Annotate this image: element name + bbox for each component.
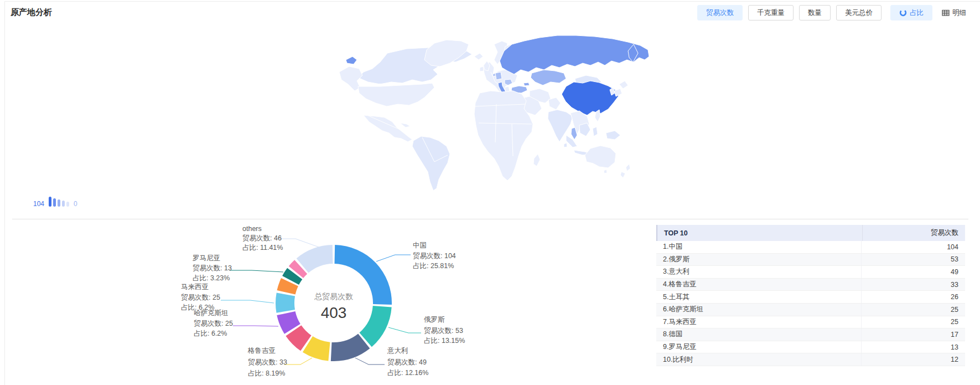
- map-region-south-america: [412, 136, 450, 191]
- table-cell-country: 9.罗马尼亚: [656, 342, 861, 352]
- table-row: 10.比利时12: [656, 353, 965, 366]
- table-row: 5.土耳其26: [656, 291, 965, 304]
- map-legend-bar: [53, 198, 56, 207]
- donut-label-line-kazakhstan: [233, 326, 278, 326]
- table-icon: [942, 9, 950, 17]
- table-cell-country: 1.中国: [656, 242, 861, 251]
- donut-label-russia-line2: 贸易次数: 53: [424, 327, 463, 335]
- top10-header-metric: 贸易次数: [862, 225, 965, 241]
- donut-label-malaysia-line2: 贸易次数: 25: [181, 294, 220, 301]
- table-row: 3.意大利49: [656, 266, 965, 279]
- donut-label-line-malaysia: [221, 300, 274, 303]
- top10-table-header: TOP 10 贸易次数: [656, 225, 965, 241]
- donut-label-romania-line2: 贸易次数: 13: [193, 264, 232, 272]
- map-region-ireland: [480, 66, 484, 71]
- map-country-romania[interactable]: [505, 79, 512, 85]
- pie-icon: [899, 9, 907, 17]
- map-legend-min: 0: [74, 201, 77, 207]
- donut-label-others-line3: 占比: 11.41%: [242, 244, 283, 251]
- table-cell-value: 17: [861, 328, 965, 341]
- map-legend-bar: [66, 202, 69, 207]
- map-region-mexico: [364, 115, 412, 142]
- table-cell-country: 6.哈萨克斯坦: [656, 305, 861, 314]
- donut-label-kazakhstan-line2: 贸易次数: 25: [194, 320, 233, 327]
- view-toggle-group: 占比 明细: [890, 5, 971, 20]
- donut-label-line-russia: [388, 327, 421, 333]
- metric-button-quantity[interactable]: 数量: [799, 5, 831, 20]
- table-row: 7.马来西亚25: [656, 316, 965, 329]
- view-toggle-proportion[interactable]: 占比: [890, 5, 932, 20]
- view-toggle-label: 明细: [952, 8, 966, 18]
- map-region-new-guinea: [606, 131, 620, 140]
- donut-center-total: 403: [321, 304, 347, 321]
- donut-label-italy-line1: 意大利: [387, 347, 408, 355]
- table-cell-value: 25: [861, 304, 965, 316]
- view-toggle-label: 占比: [910, 8, 924, 18]
- metric-button-label: 数量: [808, 8, 822, 18]
- map-country-georgia[interactable]: [523, 83, 530, 86]
- donut-label-romania-line3: 占比: 3.23%: [193, 274, 230, 282]
- donut-slice-russia[interactable]: [360, 306, 392, 347]
- map-legend-max: 104: [33, 201, 44, 207]
- table-cell-country: 8.德国: [656, 330, 861, 339]
- donut-label-georgia-line1: 格鲁吉亚: [247, 347, 276, 355]
- metric-button-kg-weight[interactable]: 千克重量: [748, 5, 794, 20]
- map-region-pakistan: [548, 97, 561, 110]
- map-legend-bar: [58, 199, 60, 207]
- metric-button-label: 千克重量: [757, 8, 785, 18]
- top10-header-rank: TOP 10: [657, 229, 862, 237]
- metric-button-trade-count[interactable]: 贸易次数: [697, 5, 743, 20]
- map-region-greenland: [424, 40, 469, 66]
- table-row: 6.哈萨克斯坦25: [656, 304, 965, 316]
- donut-label-china-line1: 中国: [413, 242, 427, 249]
- toolbar: 贸易次数 千克重量 数量 美元总价 占比 明细: [697, 5, 971, 20]
- donut-label-malaysia-line3: 占比: 6.2%: [181, 304, 214, 311]
- map-region-caribbean: [400, 123, 410, 127]
- map-country-kazakhstan[interactable]: [531, 70, 566, 85]
- donut-label-russia-line1: 俄罗斯: [424, 316, 445, 324]
- map-country-russia-east[interactable]: [346, 57, 357, 64]
- donut-label-china-line2: 贸易次数: 104: [413, 252, 456, 260]
- map-region-iceland: [474, 53, 483, 60]
- table-cell-country: 2.俄罗斯: [656, 255, 861, 264]
- donut-label-china-line3: 占比: 25.81%: [413, 262, 454, 270]
- donut-label-line-romania: [230, 270, 283, 272]
- table-cell-value: 12: [861, 353, 965, 366]
- donut-label-others-line1: others: [242, 225, 262, 233]
- donut-label-italy-line3: 占比: 12.16%: [387, 369, 428, 377]
- table-cell-value: 26: [861, 291, 965, 303]
- map-region-new-zealand: [620, 164, 630, 178]
- table-cell-value: 25: [861, 316, 965, 328]
- donut-label-kazakhstan-line3: 占比: 6.2%: [194, 330, 227, 337]
- map-country-russia[interactable]: [500, 35, 649, 74]
- page-title: 原产地分析: [11, 7, 52, 18]
- donut-label-line-china: [376, 255, 411, 261]
- world-map: [329, 29, 650, 195]
- table-row: 8.德国17: [656, 328, 965, 341]
- map-country-germany[interactable]: [495, 72, 502, 80]
- donut-label-italy-line2: 贸易次数: 49: [387, 358, 427, 366]
- table-cell-country: 10.比利时: [656, 355, 861, 365]
- table-cell-country: 4.格鲁吉亚: [656, 280, 861, 289]
- donut-label-others-line2: 贸易次数: 46: [242, 234, 282, 242]
- metric-button-usd-total[interactable]: 美元总价: [836, 5, 882, 20]
- donut-label-line-italy: [355, 358, 385, 365]
- donut-label-line-others: [277, 239, 319, 247]
- table-cell-value: 13: [861, 341, 965, 353]
- map-region-usa: [358, 83, 434, 106]
- map-region-sulawesi: [593, 127, 598, 136]
- map-region-tasmania: [604, 170, 607, 173]
- map-country-china[interactable]: [562, 81, 619, 115]
- table-row: 1.中国104: [656, 241, 965, 254]
- table-cell-country: 3.意大利: [656, 267, 861, 276]
- metric-button-label: 贸易次数: [706, 8, 734, 18]
- map-legend[interactable]: 104 0: [33, 197, 77, 207]
- table-row: 9.罗马尼亚13: [656, 341, 965, 354]
- table-cell-value: 104: [861, 241, 965, 253]
- view-toggle-detail[interactable]: 明细: [937, 5, 971, 20]
- map-legend-bar: [49, 197, 51, 207]
- map-region-australia: [585, 146, 616, 168]
- donut-slice-malaysia[interactable]: [276, 292, 295, 312]
- donut-label-line-georgia: [284, 358, 312, 365]
- table-cell-value: 53: [861, 254, 965, 266]
